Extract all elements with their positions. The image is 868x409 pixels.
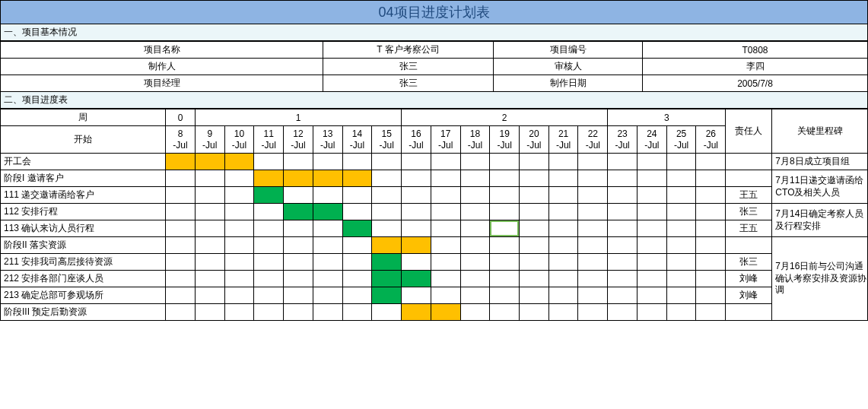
gantt-cell[interactable] [548, 220, 578, 237]
gantt-cell[interactable] [372, 154, 402, 170]
gantt-cell[interactable] [254, 254, 284, 271]
gantt-cell[interactable] [578, 170, 608, 187]
gantt-cell[interactable] [431, 271, 460, 287]
gantt-cell[interactable] [402, 304, 431, 321]
gantt-cell[interactable] [224, 254, 254, 271]
info-value[interactable]: T 客户考察公司 [323, 42, 494, 59]
gantt-cell[interactable] [431, 220, 460, 237]
gantt-cell[interactable] [402, 170, 431, 187]
gantt-cell[interactable] [254, 170, 284, 187]
gantt-cell[interactable] [284, 204, 313, 220]
gantt-cell[interactable] [402, 187, 431, 204]
gantt-cell[interactable] [608, 237, 637, 254]
gantt-cell[interactable] [372, 254, 402, 271]
gantt-cell[interactable] [195, 187, 224, 204]
gantt-cell[interactable] [460, 237, 490, 254]
gantt-cell[interactable] [313, 304, 342, 321]
gantt-cell[interactable] [666, 154, 696, 170]
owner-cell[interactable] [726, 154, 772, 170]
gantt-cell[interactable] [166, 237, 196, 254]
gantt-cell[interactable] [666, 287, 696, 304]
owner-cell[interactable]: 王五 [726, 220, 772, 237]
gantt-cell[interactable] [637, 304, 666, 321]
gantt-cell[interactable] [637, 254, 666, 271]
gantt-cell[interactable] [342, 271, 372, 287]
gantt-cell[interactable] [166, 271, 196, 287]
gantt-cell[interactable] [195, 237, 224, 254]
gantt-cell[interactable] [578, 271, 608, 287]
gantt-cell[interactable] [608, 187, 637, 204]
task-name[interactable]: 阶段III 预定后勤资源 [1, 304, 166, 321]
gantt-cell[interactable] [313, 287, 342, 304]
gantt-cell[interactable] [666, 254, 696, 271]
gantt-cell[interactable] [520, 187, 549, 204]
owner-cell[interactable]: 王五 [726, 187, 772, 204]
owner-cell[interactable] [726, 237, 772, 254]
task-name[interactable]: 112 安排行程 [1, 204, 166, 220]
gantt-cell[interactable] [520, 254, 549, 271]
gantt-cell[interactable] [254, 204, 284, 220]
gantt-cell[interactable] [460, 271, 490, 287]
owner-cell[interactable] [726, 304, 772, 321]
gantt-cell[interactable] [431, 304, 460, 321]
gantt-cell[interactable] [666, 204, 696, 220]
gantt-cell[interactable] [372, 287, 402, 304]
gantt-cell[interactable] [195, 154, 224, 170]
gantt-cell[interactable] [284, 220, 313, 237]
gantt-cell[interactable] [254, 304, 284, 321]
gantt-cell[interactable] [666, 304, 696, 321]
task-name[interactable]: 211 安排我司高层接待资源 [1, 254, 166, 271]
gantt-cell[interactable] [372, 237, 402, 254]
gantt-cell[interactable] [431, 170, 460, 187]
gantt-cell[interactable] [402, 154, 431, 170]
gantt-cell[interactable] [402, 287, 431, 304]
gantt-cell[interactable] [490, 304, 520, 321]
gantt-cell[interactable] [402, 271, 431, 287]
gantt-cell[interactable] [342, 154, 372, 170]
info-value[interactable]: 张三 [323, 75, 494, 92]
gantt-cell[interactable] [195, 254, 224, 271]
gantt-cell[interactable] [372, 220, 402, 237]
gantt-cell[interactable] [578, 187, 608, 204]
gantt-cell[interactable] [637, 154, 666, 170]
gantt-cell[interactable] [666, 271, 696, 287]
gantt-cell[interactable] [490, 187, 520, 204]
gantt-cell[interactable] [224, 170, 254, 187]
gantt-cell[interactable] [372, 170, 402, 187]
gantt-cell[interactable] [637, 170, 666, 187]
gantt-cell[interactable] [284, 187, 313, 204]
milestone-cell[interactable]: 7月8日成立项目组 [772, 154, 868, 170]
task-name[interactable]: 阶段II 落实资源 [1, 237, 166, 254]
gantt-cell[interactable] [342, 220, 372, 237]
gantt-cell[interactable] [284, 287, 313, 304]
info-value[interactable]: 张三 [323, 59, 494, 75]
gantt-cell[interactable] [608, 254, 637, 271]
gantt-cell[interactable] [666, 170, 696, 187]
gantt-cell[interactable] [637, 287, 666, 304]
gantt-cell[interactable] [195, 204, 224, 220]
gantt-cell[interactable] [637, 220, 666, 237]
gantt-cell[interactable] [402, 204, 431, 220]
gantt-cell[interactable] [460, 287, 490, 304]
owner-cell[interactable]: 刘峰 [726, 287, 772, 304]
gantt-cell[interactable] [342, 287, 372, 304]
gantt-cell[interactable] [431, 237, 460, 254]
gantt-cell[interactable] [195, 271, 224, 287]
gantt-cell[interactable] [254, 154, 284, 170]
gantt-cell[interactable] [578, 154, 608, 170]
gantt-cell[interactable] [460, 220, 490, 237]
gantt-cell[interactable] [342, 254, 372, 271]
gantt-cell[interactable] [490, 271, 520, 287]
gantt-cell[interactable] [490, 237, 520, 254]
gantt-cell[interactable] [431, 204, 460, 220]
gantt-cell[interactable] [696, 154, 726, 170]
gantt-cell[interactable] [608, 204, 637, 220]
gantt-cell[interactable] [490, 204, 520, 220]
info-value[interactable]: T0808 [643, 42, 868, 59]
gantt-cell[interactable] [460, 170, 490, 187]
gantt-cell[interactable] [254, 220, 284, 237]
gantt-cell[interactable] [460, 187, 490, 204]
gantt-cell[interactable] [608, 271, 637, 287]
task-name[interactable]: 111 递交邀请函给客户 [1, 187, 166, 204]
gantt-cell[interactable] [313, 170, 342, 187]
